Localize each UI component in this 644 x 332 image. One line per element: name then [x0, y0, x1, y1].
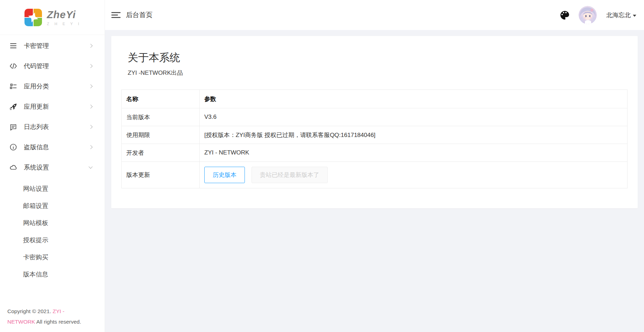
page-title: 关于本系统: [128, 51, 628, 65]
sidebar-copyright: Copyright © 2021. ZYI - NETWORK All righ…: [7, 306, 87, 327]
row-label: 版本更新: [122, 162, 200, 188]
chevron-right-icon: [89, 84, 92, 88]
sidebar-subitem-mail-settings[interactable]: 邮箱设置: [0, 197, 105, 215]
chevron-right-icon: [89, 44, 92, 48]
theme-palette-icon[interactable]: [559, 9, 571, 21]
username-label: 北海忘北: [606, 11, 631, 19]
menu-fold-icon[interactable]: [111, 11, 121, 19]
list-icon: [9, 42, 17, 50]
row-value: [授权版本：ZYI商务版 授权已过期，请联系客服QQ:1617184046]: [200, 126, 628, 144]
sidebar-item-app-update[interactable]: 应用更新: [0, 96, 105, 117]
history-version-button[interactable]: 历史版本: [204, 167, 245, 183]
sidebar-item-label: 卡密管理: [24, 42, 89, 50]
row-label: 当前版本: [122, 108, 200, 126]
comment-icon: [9, 123, 17, 131]
brand-text: ZheYi Z H E Y I: [47, 9, 81, 26]
code-icon: [9, 62, 17, 70]
sidebar-item-app-category[interactable]: 应用分类: [0, 76, 105, 96]
sidebar-subitem-site-settings[interactable]: 网站设置: [0, 180, 105, 197]
user-avatar[interactable]: [579, 6, 597, 24]
user-menu[interactable]: 北海忘北: [606, 11, 636, 19]
main-content: 关于本系统 ZYI -NETWORK出品 名称 参数 当前版本 V3.6: [105, 30, 644, 332]
breadcrumb-home[interactable]: 后台首页: [126, 10, 153, 20]
copyright-prefix: Copyright © 2021.: [7, 308, 52, 314]
page-subtitle: ZYI -NETWORK出品: [128, 69, 628, 77]
topbar: 后台首页: [105, 0, 644, 30]
row-value: ZYI - NETWORK: [200, 144, 628, 162]
col-header-param: 参数: [200, 90, 628, 108]
brand-title: ZheYi: [47, 9, 81, 21]
sidebar: ZheYi Z H E Y I 卡密管理 代码管理: [0, 0, 105, 332]
tasks-icon: [9, 82, 17, 90]
table-row: 当前版本 V3.6: [122, 108, 628, 126]
sidebar-item-label: 代码管理: [24, 62, 89, 70]
sidebar-item-card-key-management[interactable]: 卡密管理: [0, 36, 105, 56]
topbar-right: 北海忘北: [559, 6, 636, 24]
about-table: 名称 参数 当前版本 V3.6 使用期限 [授权版本：ZYI商务版 授权已过期，…: [121, 89, 628, 188]
sidebar-menu: 卡密管理 代码管理 应用分类: [0, 35, 105, 283]
sidebar-subitem-version-info[interactable]: 版本信息: [0, 266, 105, 283]
brand-subtitle: Z H E Y I: [47, 22, 81, 26]
chevron-down-icon: [89, 165, 92, 168]
sidebar-item-label: 应用分类: [24, 82, 89, 91]
copyright-suffix: All rights reserved.: [35, 319, 81, 325]
table-row: 版本更新 历史版本 贵站已经是最新版本了: [122, 162, 628, 188]
brand-logo[interactable]: ZheYi Z H E Y I: [0, 0, 105, 35]
table-row: 开发者 ZYI - NETWORK: [122, 144, 628, 162]
row-label: 开发者: [122, 144, 200, 162]
sidebar-item-system-settings[interactable]: 系统设置: [0, 157, 105, 178]
cloud-icon: [9, 164, 17, 171]
sidebar-item-label: 日志列表: [24, 123, 89, 131]
table-row: 使用期限 [授权版本：ZYI商务版 授权已过期，请联系客服QQ:16171840…: [122, 126, 628, 144]
latest-version-button[interactable]: 贵站已经是最新版本了: [252, 167, 328, 183]
page: ZheYi Z H E Y I 卡密管理 代码管理: [0, 0, 644, 332]
sidebar-item-piracy-info[interactable]: 盗版信息: [0, 137, 105, 157]
about-card: 关于本系统 ZYI -NETWORK出品 名称 参数 当前版本 V3.6: [111, 36, 638, 208]
row-actions: 历史版本 贵站已经是最新版本了: [200, 162, 628, 188]
chevron-right-icon: [89, 64, 92, 68]
row-value: V3.6: [200, 108, 628, 126]
sidebar-subitem-site-template[interactable]: 网站模板: [0, 215, 105, 232]
system-settings-submenu: 网站设置 邮箱设置 网站模板 授权提示 卡密购买 版本信息: [0, 178, 105, 283]
rocket-icon: [9, 103, 17, 110]
sidebar-item-label: 应用更新: [24, 102, 89, 111]
sidebar-subitem-license-notice[interactable]: 授权提示: [0, 232, 105, 249]
table-header-row: 名称 参数: [122, 90, 628, 108]
row-label: 使用期限: [122, 126, 200, 144]
chevron-right-icon: [89, 104, 92, 108]
sidebar-item-log-list[interactable]: 日志列表: [0, 117, 105, 137]
info-circle-icon: [9, 143, 17, 151]
chevron-right-icon: [89, 145, 92, 149]
chevron-right-icon: [89, 125, 92, 129]
col-header-name: 名称: [122, 90, 200, 108]
caret-down-icon: [633, 15, 636, 17]
brand-logo-icon: [23, 8, 43, 27]
sidebar-item-code-management[interactable]: 代码管理: [0, 56, 105, 76]
sidebar-item-label: 盗版信息: [24, 143, 89, 151]
sidebar-subitem-card-purchase[interactable]: 卡密购买: [0, 249, 105, 266]
sidebar-item-label: 系统设置: [24, 163, 89, 172]
